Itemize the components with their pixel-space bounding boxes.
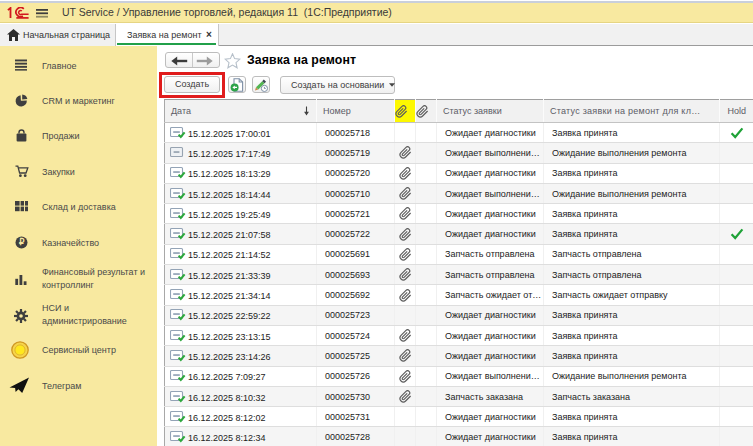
svg-text:₽: ₽ — [19, 237, 25, 247]
